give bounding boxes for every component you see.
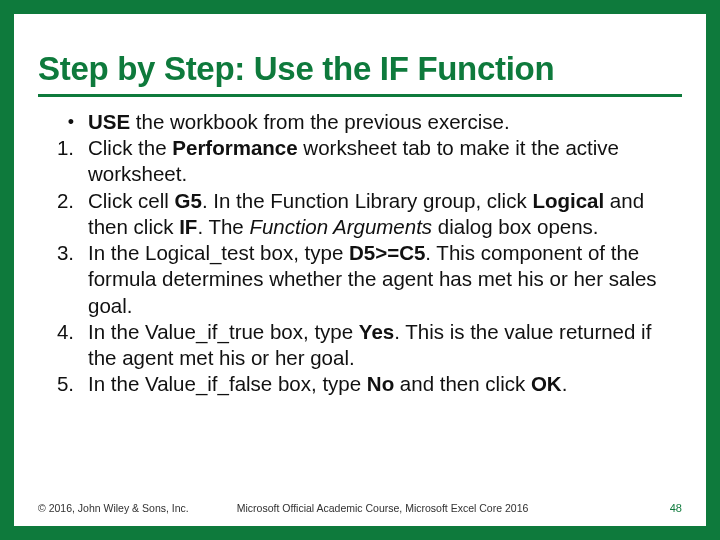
footer-copyright: © 2016, John Wiley & Sons, Inc. <box>38 502 237 514</box>
content-area: • USE the workbook from the previous exe… <box>38 109 682 398</box>
slide: Step by Step: Use the IF Function • USE … <box>14 14 706 526</box>
step-number: 4. <box>40 319 88 371</box>
step-text: Click the Performance worksheet tab to m… <box>88 135 682 187</box>
step-number: 5. <box>40 371 88 397</box>
step-text: In the Logical_test box, type D5>=C5. Th… <box>88 240 682 319</box>
step-number: 1. <box>40 135 88 187</box>
step-row: 4. In the Value_if_true box, type Yes. T… <box>38 319 682 371</box>
footer-course: Microsoft Official Academic Course, Micr… <box>237 502 670 514</box>
step-text: In the Value_if_false box, type No and t… <box>88 371 682 397</box>
step-row: 1. Click the Performance worksheet tab t… <box>38 135 682 187</box>
footer: © 2016, John Wiley & Sons, Inc. Microsof… <box>38 502 682 514</box>
slide-title: Step by Step: Use the IF Function <box>38 50 682 88</box>
bullet-row: • USE the workbook from the previous exe… <box>38 109 682 135</box>
step-row: 5. In the Value_if_false box, type No an… <box>38 371 682 397</box>
bullet-text: USE the workbook from the previous exerc… <box>88 109 682 135</box>
footer-page: 48 <box>670 502 682 514</box>
step-text: Click cell G5. In the Function Library g… <box>88 188 682 240</box>
step-number: 3. <box>40 240 88 319</box>
bullet-marker: • <box>40 109 88 135</box>
step-row: 3. In the Logical_test box, type D5>=C5.… <box>38 240 682 319</box>
step-number: 2. <box>40 188 88 240</box>
title-rule <box>38 94 682 97</box>
step-text: In the Value_if_true box, type Yes. This… <box>88 319 682 371</box>
step-row: 2. Click cell G5. In the Function Librar… <box>38 188 682 240</box>
